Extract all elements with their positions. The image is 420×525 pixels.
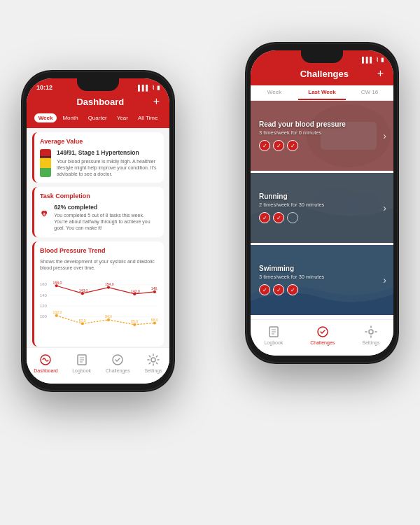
tab-week[interactable]: Week bbox=[34, 113, 57, 122]
run-check-3 bbox=[287, 212, 298, 223]
challenge-bp-overlay: Read your blood pressure 3 times/week fo… bbox=[251, 101, 393, 171]
bottom-nav-challenges: Logbook Challenges bbox=[251, 319, 393, 356]
notch-left bbox=[77, 78, 119, 91]
nav-settings-right[interactable]: Settings bbox=[362, 325, 379, 345]
bp-description: Your blood pressure is mildly high. A he… bbox=[57, 158, 158, 177]
settings-nav-icon bbox=[146, 353, 160, 367]
svg-text:94,0: 94,0 bbox=[105, 314, 112, 318]
challenge-swimming-name: Swimming bbox=[259, 265, 385, 272]
wifi-icon-right: ⌇ bbox=[376, 57, 379, 63]
svg-text:160: 160 bbox=[40, 282, 48, 286]
svg-text:140: 140 bbox=[40, 293, 48, 297]
settings-icon-right bbox=[364, 325, 378, 339]
nav-dashboard[interactable]: Dashboard bbox=[34, 353, 57, 373]
challenge-swimming-freq: 3 times/week for 30 minutes bbox=[259, 274, 385, 280]
challenge-swimming[interactable]: Swimming 3 times/week for 30 minutes ✓ ✓… bbox=[251, 245, 393, 315]
svg-text:88,0: 88,0 bbox=[151, 318, 158, 322]
logbook-icon-right bbox=[267, 325, 281, 339]
challenges-title: Challenges bbox=[272, 69, 377, 79]
tab-cw16[interactable]: CW 16 bbox=[346, 85, 393, 100]
challenges-nav-icon bbox=[111, 353, 125, 367]
swim-check-2: ✓ bbox=[273, 284, 284, 295]
nav-settings[interactable]: Settings bbox=[144, 353, 162, 373]
svg-text:142,0: 142,0 bbox=[131, 288, 140, 293]
signal-icon-right: ▌▌▌ bbox=[362, 57, 374, 63]
bp-trend-card: Blood Pressure Trend Shows the developme… bbox=[32, 241, 164, 346]
challenge-swimming-overlay: Swimming 3 times/week for 30 minutes ✓ ✓… bbox=[251, 245, 393, 315]
nav-challenges-label-right: Challenges bbox=[310, 340, 335, 345]
task-text: 62% completed You completed 5 out of 8 t… bbox=[54, 204, 158, 231]
status-time: 10:12 bbox=[36, 84, 52, 91]
tab-year[interactable]: Year bbox=[113, 113, 132, 122]
challenge-bp-freq: 3 times/week for 0 minutes bbox=[259, 130, 385, 136]
nav-logbook[interactable]: Logbook bbox=[72, 353, 91, 373]
svg-text:85,0: 85,0 bbox=[131, 319, 138, 323]
avg-value-title: Average Value bbox=[40, 138, 158, 145]
challenge-running[interactable]: Running 2 times/week for 30 minutes ✓ ✓ … bbox=[251, 173, 393, 243]
add-button[interactable]: + bbox=[153, 95, 160, 108]
week-tabs: Week Last Week CW 16 bbox=[251, 85, 393, 101]
challenge-bp-checks: ✓ ✓ ✓ bbox=[259, 140, 385, 151]
challenge-running-overlay: Running 2 times/week for 30 minutes ✓ ✓ bbox=[251, 173, 393, 243]
svg-point-22 bbox=[107, 318, 110, 321]
svg-point-23 bbox=[133, 323, 136, 326]
dashboard-nav-icon bbox=[38, 353, 52, 367]
nav-challenges[interactable]: Challenges bbox=[106, 353, 130, 373]
phone-dashboard: 10:12 ▌▌▌ ⌇ ▮ Dashboard + Week Month Qua… bbox=[21, 70, 175, 392]
svg-point-14 bbox=[153, 290, 156, 293]
tab-week-right[interactable]: Week bbox=[251, 85, 298, 100]
challenges-screen: ▌▌▌ ⌇ ▮ Challenges + Week Last Week CW 1… bbox=[251, 50, 393, 356]
svg-text:146,0: 146,0 bbox=[151, 286, 158, 290]
challenge-running-name: Running bbox=[259, 192, 385, 200]
tab-alltime[interactable]: All Time bbox=[134, 113, 162, 122]
gauge-yellow bbox=[40, 158, 51, 167]
svg-text:158,0: 158,0 bbox=[53, 281, 62, 285]
battery-icon: ▮ bbox=[157, 85, 160, 91]
challenge-list: Read your blood pressure 3 times/week fo… bbox=[251, 101, 393, 332]
dashboard-content: Average Value 149/91, Stage 1 Hypertensi… bbox=[27, 128, 169, 363]
nav-challenges-label: Challenges bbox=[106, 368, 130, 373]
challenge-bp-name: Read your blood pressure bbox=[259, 120, 385, 128]
avg-value-content: 149/91, Stage 1 Hypertension Your blood … bbox=[40, 149, 158, 177]
nav-challenges-right[interactable]: Challenges bbox=[310, 325, 335, 345]
swim-check-1: ✓ bbox=[259, 284, 270, 295]
nav-logbook-label: Logbook bbox=[72, 368, 91, 373]
task-content: 62% completed You completed 5 out of 8 t… bbox=[40, 204, 158, 231]
nav-logbook-right[interactable]: Logbook bbox=[264, 325, 283, 345]
nav-settings-label: Settings bbox=[144, 368, 162, 373]
challenge-running-checks: ✓ ✓ bbox=[259, 212, 385, 223]
challenges-add-button[interactable]: + bbox=[377, 67, 384, 80]
svg-text:154,0: 154,0 bbox=[105, 282, 114, 286]
tab-month[interactable]: Month bbox=[58, 113, 82, 122]
svg-point-49 bbox=[369, 330, 373, 334]
logbook-nav-icon bbox=[75, 353, 89, 367]
nav-dashboard-label: Dashboard bbox=[34, 368, 57, 373]
check-2: ✓ bbox=[273, 140, 284, 151]
svg-text:120: 120 bbox=[40, 304, 48, 308]
challenges-icon-right bbox=[316, 325, 330, 339]
svg-text:87,0: 87,0 bbox=[79, 318, 86, 323]
filter-tabs: Week Month Quarter Year All Time bbox=[27, 113, 169, 128]
nav-logbook-label-right: Logbook bbox=[264, 340, 283, 345]
bottom-nav-dashboard: Dashboard Logbook bbox=[27, 347, 169, 384]
bp-reading: 149/91, Stage 1 Hypertension bbox=[57, 149, 158, 156]
bp-trend-title: Blood Pressure Trend bbox=[40, 247, 158, 254]
scene: 10:12 ▌▌▌ ⌇ ▮ Dashboard + Week Month Qua… bbox=[0, 0, 420, 525]
task-percent: 62% completed bbox=[54, 204, 158, 211]
check-3: ✓ bbox=[287, 140, 298, 151]
run-check-1: ✓ bbox=[259, 212, 270, 223]
notch-right bbox=[301, 50, 343, 63]
bp-chart: 160 140 120 100 bbox=[40, 275, 158, 338]
battery-icon-right: ▮ bbox=[381, 57, 384, 63]
challenge-bp[interactable]: Read your blood pressure 3 times/week fo… bbox=[251, 101, 393, 171]
svg-text:102,0: 102,0 bbox=[53, 310, 62, 314]
task-description: You completed 5 out of 8 tasks this week… bbox=[54, 212, 158, 231]
svg-point-36 bbox=[151, 358, 155, 362]
challenge-running-freq: 2 times/week for 30 minutes bbox=[259, 202, 385, 208]
tab-quarter[interactable]: Quarter bbox=[84, 113, 111, 122]
dashboard-title: Dashboard bbox=[48, 97, 153, 107]
signal-icon: ▌▌▌ bbox=[138, 85, 150, 91]
challenge-running-arrow: › bbox=[383, 202, 386, 214]
tab-lastweek[interactable]: Last Week bbox=[298, 85, 346, 100]
avg-value-card: Average Value 149/91, Stage 1 Hypertensi… bbox=[32, 132, 164, 183]
